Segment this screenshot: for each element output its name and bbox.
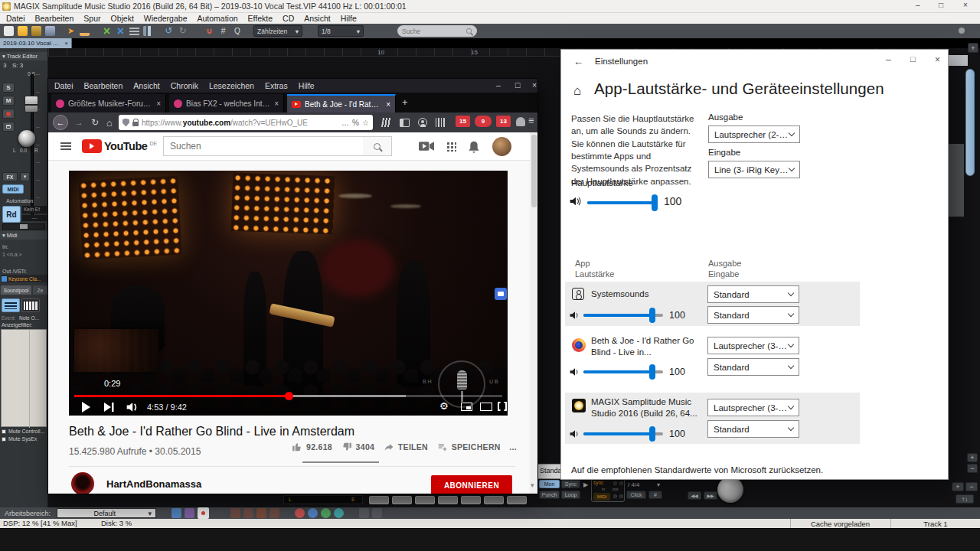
slider-thumb[interactable] — [649, 426, 655, 442]
track-editor-header[interactable]: ▾Track Editor — [0, 52, 48, 60]
extensions-bar-icon[interactable] — [436, 118, 445, 127]
guide-menu-icon[interactable] — [60, 142, 71, 150]
zoom-in-button[interactable]: + — [968, 43, 978, 53]
sidebar-icon[interactable] — [400, 119, 410, 127]
upload-video-icon[interactable] — [419, 141, 434, 152]
channel-avatar[interactable] — [71, 472, 94, 494]
dislike-button[interactable]: 3404 — [341, 442, 375, 452]
new-file-icon[interactable] — [4, 26, 14, 36]
menu-spur[interactable]: Spur — [83, 14, 100, 23]
midi-button[interactable]: MIDI — [2, 184, 24, 194]
punch-button[interactable]: Punch — [539, 491, 560, 499]
midi-section-header[interactable]: ▾Midi — [0, 231, 48, 240]
menu-automation[interactable]: Automation — [197, 14, 237, 23]
menu-cd[interactable]: CD — [283, 14, 294, 23]
master-volume-slider[interactable] — [587, 201, 658, 204]
read-automation-button[interactable]: Rd — [2, 206, 21, 223]
object-button[interactable] — [256, 508, 266, 518]
menu-effekte[interactable]: Effekte — [248, 14, 273, 23]
crossfade-editor-icon[interactable]: × — [102, 26, 112, 36]
page-scrollbar[interactable]: ▾ — [530, 132, 537, 494]
minimize-icon[interactable]: – — [886, 54, 891, 65]
event-value[interactable]: Note O... — [19, 315, 39, 321]
close-icon[interactable]: × — [64, 40, 68, 47]
forward-icon[interactable]: → — [74, 117, 83, 128]
apps-grid-icon[interactable] — [446, 142, 456, 152]
object-editor-icon[interactable]: × — [116, 26, 126, 36]
panel-button[interactable] — [461, 496, 481, 504]
library-icon[interactable] — [381, 118, 392, 127]
object-button[interactable] — [270, 508, 279, 518]
extension-badge[interactable]: 13 — [496, 116, 511, 127]
solo-button[interactable]: S — [2, 83, 15, 93]
menu-bearbeiten[interactable]: Bearbeiten — [35, 14, 74, 23]
channel-name[interactable]: HartAndBonamassa — [106, 478, 201, 490]
page-actions-icon[interactable]: … — [341, 119, 349, 127]
settings-gear-icon[interactable]: ⚙ — [439, 400, 449, 412]
close-icon[interactable]: × — [532, 80, 537, 90]
toolbar-overflow-icon[interactable] — [959, 28, 965, 34]
track-order-button[interactable]: ↑↓ — [956, 494, 974, 504]
save-button[interactable]: SPEICHERN — [437, 442, 501, 452]
share-button[interactable]: TEILEN — [384, 442, 428, 452]
fx-dropdown[interactable]: ▾ — [20, 172, 30, 181]
app-input-select[interactable]: Standard — [707, 306, 799, 324]
panel-button[interactable] — [438, 496, 458, 504]
ff-menu-ansicht[interactable]: Ansicht — [133, 81, 159, 90]
vertical-scrollbar[interactable] — [965, 69, 975, 176]
sync-button[interactable]: Sync — [561, 480, 580, 488]
marker-button[interactable] — [295, 508, 305, 518]
beat-grid-select[interactable]: Zählzeiten▾ — [253, 25, 302, 37]
ff-menu-datei[interactable]: Datei — [54, 81, 74, 90]
account-icon[interactable] — [418, 118, 427, 127]
hscroll-end[interactable] — [948, 55, 968, 66]
tracking-shield-icon[interactable] — [122, 119, 129, 127]
midi-in-value[interactable]: 1 <n.a.> — [2, 252, 22, 257]
layout-button[interactable] — [172, 508, 181, 518]
youtube-logo[interactable]: YouTube DE — [82, 139, 157, 153]
quantize-select[interactable]: 1/8▾ — [318, 25, 364, 37]
time-signature-select[interactable]: / 4/4▾ — [628, 481, 660, 489]
browser-tab[interactable]: Größtes Musiker-Forum in deu × — [51, 94, 166, 112]
reload-icon[interactable]: ↻ — [91, 117, 99, 128]
track-height-minus-button[interactable]: − — [965, 482, 978, 491]
zoom-plus-button[interactable]: + — [967, 453, 978, 462]
progress-handle[interactable] — [285, 392, 293, 400]
app-output-select[interactable]: Lautsprecher (3- iRig — [707, 337, 799, 354]
maximize-icon[interactable]: □ — [910, 54, 916, 64]
minimize-icon[interactable]: – — [496, 80, 501, 90]
mouse-mode-icon[interactable]: ➤ — [66, 26, 76, 36]
drum-editor-button[interactable] — [2, 298, 20, 312]
mute-button[interactable]: M — [2, 96, 15, 106]
home-icon[interactable]: ⌂ — [573, 83, 581, 99]
pocket-icon[interactable]: % — [352, 119, 359, 127]
scroll-down-icon[interactable]: ▾ — [531, 481, 534, 489]
minimize-icon[interactable]: – — [916, 1, 920, 9]
menu-objekt[interactable]: Objekt — [111, 14, 134, 23]
play-button-icon[interactable] — [80, 401, 92, 413]
slider-thumb[interactable] — [649, 308, 655, 323]
workspace-select[interactable]: Default▾ — [57, 508, 156, 518]
panel-button[interactable] — [369, 496, 389, 504]
app-input-select[interactable]: Standard — [707, 358, 799, 376]
like-button[interactable]: 92.618 — [292, 442, 332, 452]
object-button[interactable] — [243, 508, 253, 518]
panel-button[interactable] — [415, 496, 435, 504]
url-text[interactable]: https://www.youtube.com/watch?v=UEHwO_UE — [142, 119, 338, 127]
tab-soundpool[interactable]: Soundpool — [1, 285, 31, 295]
transport-console-button[interactable] — [198, 507, 209, 519]
close-icon[interactable]: × — [963, 1, 968, 9]
app-output-select[interactable]: Standard — [707, 285, 799, 303]
pan-knob[interactable] — [18, 130, 35, 147]
progress-bar[interactable] — [74, 395, 502, 397]
menu-hilfe[interactable]: Hilfe — [341, 14, 357, 23]
zoom-wave-button[interactable] — [372, 508, 382, 518]
bookmark-star-icon[interactable]: ☆ — [362, 119, 369, 127]
app-output-select[interactable]: Lautsprecher (3- iRig — [707, 399, 799, 416]
miniplayer-icon[interactable] — [461, 403, 472, 411]
menu-ansicht[interactable]: Ansicht — [304, 14, 330, 23]
slider-thumb[interactable] — [652, 194, 658, 211]
app-volume-slider[interactable] — [583, 432, 663, 435]
monitor-button[interactable]: Mon — [539, 480, 560, 488]
ff-menu-bearbeiten[interactable]: Bearbeiten — [84, 81, 123, 90]
